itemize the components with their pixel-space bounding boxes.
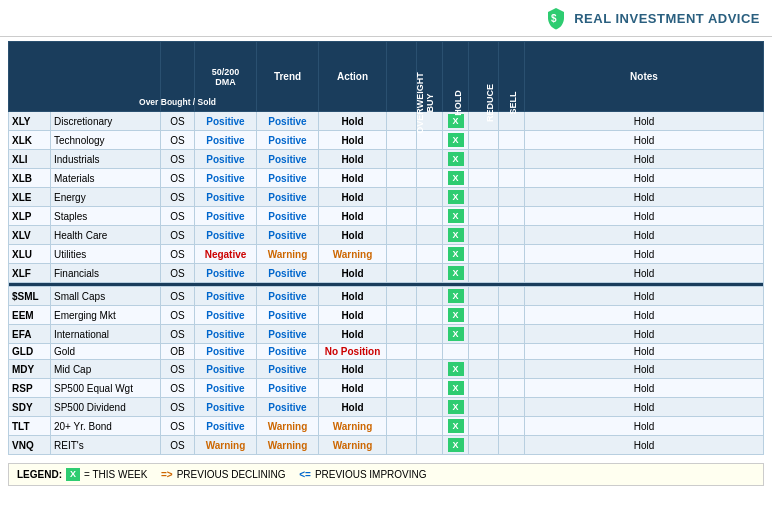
cell-ticker: VNQ bbox=[9, 436, 51, 455]
cell-name: Technology bbox=[51, 131, 161, 150]
cell-reduce bbox=[469, 169, 499, 188]
table-row: MDY Mid Cap OS Positive Positive Hold X … bbox=[9, 360, 764, 379]
logo-area: $ REAL INVESTMENT ADVICE bbox=[544, 6, 760, 30]
cell-trend: Warning bbox=[257, 245, 319, 264]
cell-hold: X bbox=[443, 379, 469, 398]
cell-action: Hold bbox=[319, 264, 387, 283]
cell-buy bbox=[417, 150, 443, 169]
cell-buy bbox=[417, 188, 443, 207]
cell-dma: Positive bbox=[195, 207, 257, 226]
cell-reduce bbox=[469, 398, 499, 417]
cell-dma: Positive bbox=[195, 169, 257, 188]
cell-name: SP500 Dividend bbox=[51, 398, 161, 417]
legend-x-box: X bbox=[66, 468, 80, 481]
cell-hold: X bbox=[443, 188, 469, 207]
cell-buy bbox=[417, 360, 443, 379]
cell-trend: Positive bbox=[257, 325, 319, 344]
header-ticker-name bbox=[9, 42, 161, 112]
cell-overweight bbox=[387, 287, 417, 306]
cell-trend: Positive bbox=[257, 306, 319, 325]
cell-ticker: TLT bbox=[9, 417, 51, 436]
cell-action: Hold bbox=[319, 169, 387, 188]
cell-dma: Positive bbox=[195, 398, 257, 417]
table-body: XLY Discretionary OS Positive Positive H… bbox=[9, 112, 764, 455]
cell-overweight bbox=[387, 226, 417, 245]
cell-action: Hold bbox=[319, 287, 387, 306]
cell-note: Hold bbox=[525, 325, 764, 344]
cell-hold: X bbox=[443, 226, 469, 245]
cell-ob: OS bbox=[161, 188, 195, 207]
cell-sell bbox=[499, 360, 525, 379]
cell-reduce bbox=[469, 226, 499, 245]
cell-ob: OS bbox=[161, 112, 195, 131]
cell-buy bbox=[417, 207, 443, 226]
cell-note: Hold bbox=[525, 436, 764, 455]
cell-note: Hold bbox=[525, 360, 764, 379]
cell-name: Financials bbox=[51, 264, 161, 283]
cell-ob: OS bbox=[161, 264, 195, 283]
cell-trend: Positive bbox=[257, 207, 319, 226]
header-trend: Trend bbox=[257, 42, 319, 112]
cell-action: Hold bbox=[319, 207, 387, 226]
cell-ob: OS bbox=[161, 360, 195, 379]
cell-overweight bbox=[387, 379, 417, 398]
header: $ REAL INVESTMENT ADVICE bbox=[0, 0, 772, 37]
table-row: XLV Health Care OS Positive Positive Hol… bbox=[9, 226, 764, 245]
cell-ticker: XLU bbox=[9, 245, 51, 264]
cell-buy bbox=[417, 325, 443, 344]
table-row: EFA International OS Positive Positive H… bbox=[9, 325, 764, 344]
cell-overweight bbox=[387, 245, 417, 264]
table-row: VNQ REIT's OS Warning Warning Warning X … bbox=[9, 436, 764, 455]
cell-overweight bbox=[387, 169, 417, 188]
header-overweight: OVERWEIGHT bbox=[387, 42, 417, 112]
cell-dma: Positive bbox=[195, 417, 257, 436]
cell-ticker: XLV bbox=[9, 226, 51, 245]
cell-buy bbox=[417, 379, 443, 398]
cell-note: Hold bbox=[525, 344, 764, 360]
cell-dma: Positive bbox=[195, 112, 257, 131]
cell-hold: X bbox=[443, 264, 469, 283]
cell-ticker: XLK bbox=[9, 131, 51, 150]
cell-trend: Positive bbox=[257, 112, 319, 131]
cell-note: Hold bbox=[525, 169, 764, 188]
table-row: XLY Discretionary OS Positive Positive H… bbox=[9, 112, 764, 131]
cell-name: International bbox=[51, 325, 161, 344]
cell-reduce bbox=[469, 344, 499, 360]
cell-hold: X bbox=[443, 207, 469, 226]
header-reduce: REDUCE bbox=[469, 42, 499, 112]
cell-ob: OS bbox=[161, 226, 195, 245]
cell-trend: Warning bbox=[257, 436, 319, 455]
cell-hold: X bbox=[443, 436, 469, 455]
cell-buy bbox=[417, 226, 443, 245]
cell-sell bbox=[499, 226, 525, 245]
cell-ticker: XLY bbox=[9, 112, 51, 131]
cell-dma: Negative bbox=[195, 245, 257, 264]
cell-ob: OS bbox=[161, 379, 195, 398]
cell-hold: X bbox=[443, 417, 469, 436]
cell-ticker: XLI bbox=[9, 150, 51, 169]
cell-name: REIT's bbox=[51, 436, 161, 455]
cell-dma: Positive bbox=[195, 226, 257, 245]
cell-hold: X bbox=[443, 131, 469, 150]
cell-sell bbox=[499, 398, 525, 417]
main-table: Over Bought / Sold 50/200DMA Trend Actio… bbox=[8, 41, 764, 455]
cell-trend: Positive bbox=[257, 169, 319, 188]
cell-ob: OB bbox=[161, 344, 195, 360]
cell-ob: OS bbox=[161, 325, 195, 344]
legend-arrow1-desc: PREVIOUS DECLINING bbox=[177, 469, 286, 480]
cell-reduce bbox=[469, 379, 499, 398]
cell-trend: Positive bbox=[257, 131, 319, 150]
cell-trend: Positive bbox=[257, 264, 319, 283]
cell-buy bbox=[417, 436, 443, 455]
table-row: XLP Staples OS Positive Positive Hold X … bbox=[9, 207, 764, 226]
cell-name: Small Caps bbox=[51, 287, 161, 306]
header-sell: SELL bbox=[499, 42, 525, 112]
legend-x-desc: = THIS WEEK bbox=[84, 469, 147, 480]
table-row: XLU Utilities OS Negative Warning Warnin… bbox=[9, 245, 764, 264]
cell-buy bbox=[417, 287, 443, 306]
cell-hold: X bbox=[443, 169, 469, 188]
cell-trend: Positive bbox=[257, 188, 319, 207]
cell-overweight bbox=[387, 417, 417, 436]
cell-note: Hold bbox=[525, 150, 764, 169]
svg-text:$: $ bbox=[551, 13, 557, 24]
